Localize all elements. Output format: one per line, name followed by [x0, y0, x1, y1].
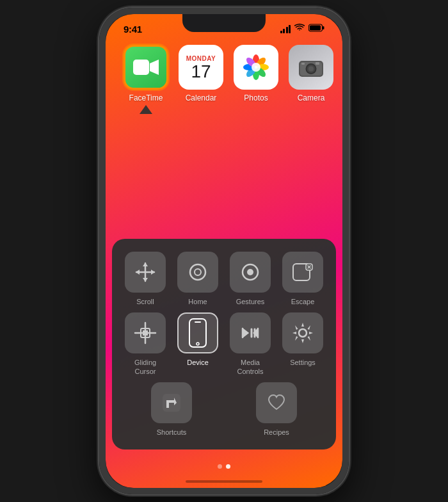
photos-label: Photos [244, 93, 268, 102]
signal-bar-3 [286, 27, 288, 33]
svg-marker-24 [143, 263, 148, 266]
media-controls-label: Media Controls [237, 359, 264, 375]
menu-item-scroll[interactable]: Scroll [122, 252, 168, 306]
svg-rect-3 [133, 60, 149, 75]
menu-item-gestures[interactable]: Gestures [227, 252, 273, 306]
svg-marker-25 [143, 278, 148, 282]
device-label: Device [187, 359, 209, 367]
menu-item-shortcuts[interactable]: Shortcuts [151, 382, 192, 437]
gliding-cursor-icon-box [125, 312, 166, 353]
signal-bar-2 [283, 29, 285, 33]
status-time: 9:41 [124, 24, 142, 35]
media-controls-icon-box [230, 312, 271, 353]
gestures-icon-box [230, 252, 271, 293]
recipes-icon-box [256, 382, 297, 423]
svg-point-52 [299, 329, 307, 337]
svg-rect-20 [316, 62, 319, 65]
menu-row-3: Shortcuts Recipes [122, 382, 326, 437]
menu-item-media-controls[interactable]: Media Controls [227, 312, 273, 375]
notch [182, 14, 266, 32]
photos-icon[interactable] [234, 45, 278, 90]
svg-marker-26 [136, 270, 140, 275]
menu-row-1: Scroll Home [122, 252, 326, 306]
svg-point-44 [196, 343, 199, 345]
settings-icon-box [282, 312, 323, 353]
shortcuts-icon-box [151, 382, 192, 423]
app-grid: FaceTime Monday 17 Calendar [118, 45, 330, 102]
assistive-menu: Scroll Home [112, 239, 336, 449]
status-icons [280, 23, 325, 35]
svg-point-14 [252, 63, 260, 72]
signal-bar-1 [280, 31, 282, 33]
camera-label: Camera [298, 93, 325, 102]
menu-item-device[interactable]: Device [175, 312, 221, 375]
battery-icon [308, 23, 324, 35]
svg-marker-4 [150, 60, 159, 75]
svg-point-31 [247, 269, 253, 275]
scroll-icon-box [125, 252, 166, 293]
camera-icon[interactable] [289, 45, 333, 90]
page-dot-2 [226, 464, 230, 469]
gestures-label: Gestures [236, 298, 265, 306]
signal-bar-4 [289, 25, 291, 33]
svg-rect-21 [301, 63, 305, 65]
svg-marker-27 [151, 270, 155, 275]
facetime-arrow [140, 105, 152, 114]
menu-item-gliding-cursor[interactable]: Gliding Cursor [122, 312, 168, 375]
menu-item-home[interactable]: Home [175, 252, 221, 306]
facetime-label: FaceTime [129, 93, 163, 102]
menu-item-escape[interactable]: Escape [280, 252, 326, 306]
home-label: Home [188, 298, 207, 306]
home-icon-box [177, 252, 218, 293]
facetime-app[interactable]: FaceTime [124, 45, 168, 102]
photos-app[interactable]: Photos [234, 45, 278, 102]
svg-point-29 [195, 269, 201, 275]
settings-label: Settings [290, 359, 316, 367]
camera-app[interactable]: Camera [289, 45, 333, 102]
menu-item-settings[interactable]: Settings [280, 312, 326, 375]
calendar-icon[interactable]: Monday 17 [179, 45, 223, 90]
home-screen: FaceTime Monday 17 Calendar [106, 38, 342, 109]
wifi-icon [294, 23, 305, 35]
device-icon-box [177, 312, 218, 353]
home-indicator [186, 480, 262, 483]
shortcuts-label: Shortcuts [157, 428, 186, 437]
facetime-icon[interactable] [124, 45, 168, 90]
calendar-day: 17 [191, 63, 211, 81]
recipes-label: Recipes [264, 428, 289, 437]
svg-rect-41 [143, 330, 148, 336]
svg-point-19 [308, 67, 314, 72]
menu-item-recipes[interactable]: Recipes [256, 382, 297, 437]
scroll-label: Scroll [136, 298, 154, 306]
page-dots [218, 464, 230, 469]
svg-marker-46 [243, 328, 249, 337]
signal-icon [280, 25, 291, 33]
svg-rect-2 [323, 26, 324, 29]
gliding-cursor-label: Gliding Cursor [134, 359, 156, 375]
svg-rect-1 [310, 26, 321, 31]
escape-icon-box [282, 252, 323, 293]
screen: 9:41 [106, 14, 342, 488]
calendar-app[interactable]: Monday 17 Calendar [179, 45, 223, 102]
page-dot-1 [218, 464, 222, 469]
calendar-label: Calendar [186, 93, 217, 102]
escape-label: Escape [291, 298, 315, 306]
menu-row-2: Gliding Cursor Device [122, 312, 326, 375]
svg-point-28 [190, 264, 205, 280]
phone-container: 9:41 [99, 8, 349, 494]
